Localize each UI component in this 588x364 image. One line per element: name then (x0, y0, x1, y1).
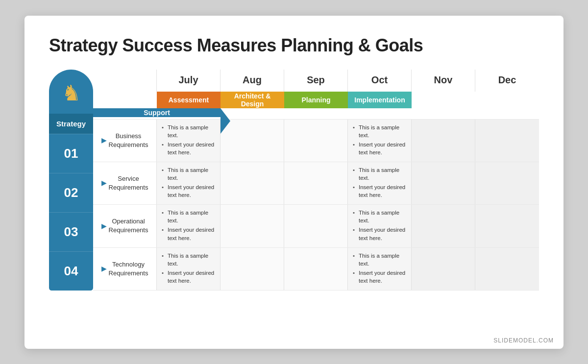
table-row: ▶ OperationalRequirements This is a samp… (93, 204, 539, 247)
table-row: ▶ BusinessRequirements This is a sample … (93, 119, 539, 162)
list-item: This is a sample text. (162, 252, 215, 267)
num-01-label: 01 (64, 146, 78, 161)
list-item: Insert your desired text here. (353, 141, 406, 156)
row-03-label: ▶ OperationalRequirements (93, 205, 157, 247)
row-01-col1: This is a sample text.Insert your desire… (157, 120, 220, 162)
row-02-col6 (475, 162, 539, 204)
list-item: This is a sample text. (162, 123, 215, 139)
list-item: Insert your desired text here. (353, 183, 406, 199)
watermark: SLIDEMODEL.COM (493, 337, 554, 344)
row-03-col3 (284, 205, 348, 247)
row-01-col4: This is a sample text.Insert your desire… (348, 120, 412, 162)
row-04-label: ▶ TechnologyRequirements (93, 248, 157, 290)
row-04-col4: This is a sample text.Insert your desire… (348, 248, 412, 290)
num-03-label: 03 (64, 224, 78, 240)
row-02-col4: This is a sample text.Insert your desire… (348, 162, 412, 204)
table-row: ▶ ServiceRequirements This is a sample t… (93, 162, 539, 204)
list-item: This is a sample text. (353, 123, 406, 139)
list-item: Insert your desired text here. (353, 226, 406, 242)
list-item: This is a sample text. (162, 209, 215, 224)
list-item: Insert your desired text here. (353, 269, 406, 285)
row-01-text: BusinessRequirements (109, 132, 148, 149)
month-oct: Oct (348, 70, 412, 92)
row-04-col5 (412, 248, 475, 290)
month-dec: Dec (475, 70, 539, 92)
sidebar: ♞ Strategy 01 02 03 04 (49, 70, 93, 291)
row-01-col6 (475, 120, 539, 162)
sidebar-num-04: 04 (49, 251, 93, 291)
sidebar-num-02: 02 (49, 173, 93, 212)
list-item: This is a sample text. (162, 166, 215, 182)
phase-assessment: Assessment (157, 92, 220, 108)
row-02-text: ServiceRequirements (109, 174, 148, 192)
phase-planning: Planning (284, 92, 348, 108)
phase-empty (93, 92, 157, 108)
arrow-icon-01: ▶ (101, 136, 107, 146)
sidebar-numbers: 01 02 03 04 (49, 134, 93, 291)
data-rows: ▶ BusinessRequirements This is a sample … (93, 119, 539, 291)
row-02-col2 (220, 162, 284, 204)
phase-support: Support (93, 108, 220, 117)
month-empty (93, 70, 157, 92)
row-04-col3 (284, 248, 348, 290)
arrow-icon-02: ▶ (101, 178, 107, 188)
arrow-icon-03: ▶ (101, 221, 107, 231)
sidebar-num-01: 01 (49, 134, 93, 173)
row-03-col1: This is a sample text.Insert your desire… (157, 205, 220, 247)
row-01-col3 (284, 120, 348, 162)
phases-row: Assessment Architect &Design Planning Im… (93, 92, 539, 117)
chess-piece-icon: ♞ (62, 80, 81, 105)
list-item: This is a sample text. (353, 209, 406, 224)
month-aug: Aug (220, 70, 284, 92)
num-04-label: 04 (64, 264, 78, 279)
strategy-label: Strategy (49, 114, 93, 134)
row-04-col6 (475, 248, 539, 290)
row-02-label: ▶ ServiceRequirements (93, 162, 157, 204)
table-row: ▶ TechnologyRequirements This is a sampl… (93, 247, 539, 291)
list-item: Insert your desired text here. (162, 226, 215, 242)
row-02-col1: This is a sample text.Insert your desire… (157, 162, 220, 204)
num-02-label: 02 (64, 185, 78, 200)
row-02-col5 (412, 162, 475, 204)
row-01-col5 (412, 120, 475, 162)
row-03-col2 (220, 205, 284, 247)
arrow-icon-04: ▶ (101, 264, 107, 274)
slide-container: Strategy Success Measures Planning & Goa… (24, 16, 564, 349)
row-04-col2 (220, 248, 284, 290)
list-item: This is a sample text. (353, 252, 406, 267)
phase-implementation: Implementation (348, 92, 412, 108)
list-item: Insert your desired text here. (162, 183, 215, 199)
sidebar-num-03: 03 (49, 212, 93, 251)
row-04-text: TechnologyRequirements (109, 260, 148, 278)
row-04-col1: This is a sample text.Insert your desire… (157, 248, 220, 290)
row-03-col4: This is a sample text.Insert your desire… (348, 205, 412, 247)
slide-title: Strategy Success Measures Planning & Goa… (49, 35, 539, 56)
gantt-main: July Aug Sep Oct Nov Dec Assessment Arch… (93, 70, 539, 291)
month-nov: Nov (412, 70, 475, 92)
months-row: July Aug Sep Oct Nov Dec (93, 70, 539, 92)
row-03-col5 (412, 205, 475, 247)
gantt-wrapper: ♞ Strategy 01 02 03 04 (49, 70, 539, 291)
row-01-label: ▶ BusinessRequirements (93, 120, 157, 162)
row-03-text: OperationalRequirements (109, 217, 148, 235)
phase-architect: Architect &Design (220, 92, 284, 108)
list-item: Insert your desired text here. (162, 141, 215, 156)
chess-icon-container: ♞ (51, 73, 91, 113)
row-03-col6 (475, 205, 539, 247)
list-item: This is a sample text. (353, 166, 406, 182)
month-sep: Sep (284, 70, 348, 92)
list-item: Insert your desired text here. (162, 269, 215, 285)
row-02-col3 (284, 162, 348, 204)
month-july: July (157, 70, 220, 92)
